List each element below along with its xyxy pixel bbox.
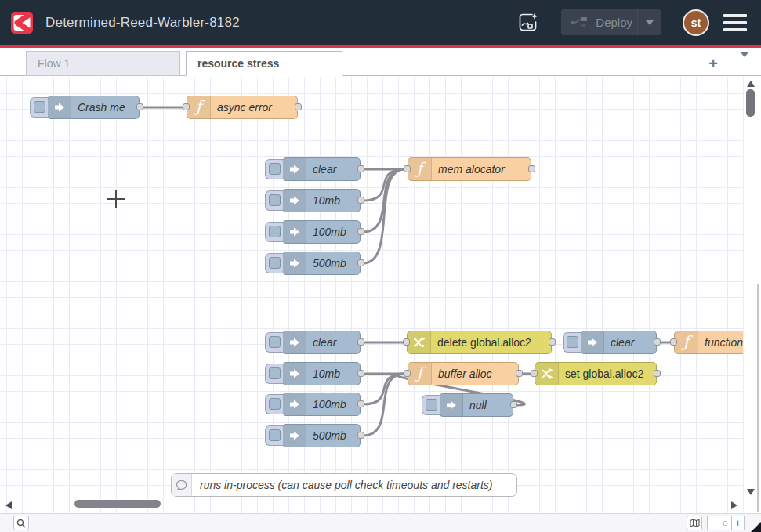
zoom-controls: − ○ + — [707, 516, 745, 530]
inject-trigger-button[interactable] — [265, 332, 283, 353]
input-port[interactable] — [670, 338, 677, 346]
output-port[interactable] — [357, 338, 364, 346]
v-scroll-up-button[interactable] — [747, 81, 755, 87]
main-menu-icon[interactable] — [723, 14, 747, 31]
inject-arrow-icon — [283, 363, 306, 385]
output-port[interactable] — [654, 370, 661, 377]
node-label: buffer alloc — [438, 363, 491, 385]
deploy-label: Deploy — [596, 16, 632, 29]
output-port[interactable] — [357, 432, 364, 439]
inject-trigger-button[interactable] — [265, 190, 283, 211]
node-delete-global-alloc2[interactable]: delete global.alloc2 — [407, 331, 552, 354]
output-port[interactable] — [357, 165, 364, 172]
tab-resource-stress[interactable]: resource stress — [186, 51, 342, 76]
inject-trigger-button[interactable] — [30, 97, 48, 118]
inject-arrow-icon — [283, 158, 306, 180]
node-clear-3[interactable]: clear — [580, 331, 657, 354]
output-port[interactable] — [357, 197, 364, 204]
output-port[interactable] — [357, 259, 364, 266]
inject-arrow-icon — [283, 393, 306, 415]
node-label: 500mb — [313, 252, 346, 275]
node-label: delete global.alloc2 — [437, 331, 531, 354]
flow-list-button[interactable] — [741, 57, 748, 69]
v-scroll-thumb[interactable] — [746, 89, 755, 117]
inject-trigger-button[interactable] — [265, 222, 283, 242]
node-set-global-alloc2[interactable]: set global.alloc2 — [535, 362, 657, 385]
deploy-button[interactable]: Deploy — [561, 9, 661, 35]
node-mem-alocator[interactable]: ƒmem alocator — [408, 157, 531, 181]
node-function[interactable]: ƒfunction — [674, 331, 743, 354]
node-500mb-1[interactable]: 500mb — [282, 252, 361, 275]
node-10mb-1[interactable]: 10mb — [282, 189, 361, 212]
inject-trigger-button[interactable] — [265, 394, 283, 414]
wire-layer — [0, 77, 743, 513]
navigator-button[interactable] — [687, 516, 702, 530]
output-port[interactable] — [136, 103, 143, 110]
chevron-down-icon — [741, 52, 748, 69]
app-logo-icon[interactable] — [11, 12, 33, 34]
node-10mb-2[interactable]: 10mb — [282, 362, 361, 385]
h-scroll-left-button[interactable] — [5, 501, 12, 509]
node-100mb-1[interactable]: 100mb — [282, 220, 361, 244]
zoom-out-button[interactable]: − — [707, 516, 719, 530]
node-label: function — [705, 331, 743, 354]
resize-corner — [751, 522, 761, 532]
comment-bubble-icon — [172, 474, 192, 496]
output-port[interactable] — [549, 338, 556, 346]
output-port[interactable] — [357, 400, 364, 407]
user-avatar[interactable]: st — [683, 9, 709, 36]
node-crash-me[interactable]: Crash me — [47, 96, 140, 119]
zoom-reset-button[interactable]: ○ — [719, 516, 732, 530]
h-scroll-right-button[interactable] — [731, 501, 737, 509]
node-label: 10mb — [313, 190, 340, 212]
output-port[interactable] — [510, 401, 517, 408]
output-port[interactable] — [357, 228, 364, 235]
node-100mb-2[interactable]: 100mb — [282, 393, 361, 416]
sidebar-splitter[interactable] — [757, 77, 761, 513]
node-null-inject[interactable]: null — [439, 393, 513, 417]
node-comment[interactable]: runs in-process (can cause poll check ti… — [171, 473, 517, 497]
input-port[interactable] — [531, 370, 538, 377]
inject-trigger-button[interactable] — [422, 395, 440, 415]
h-scroll-thumb[interactable] — [74, 500, 161, 508]
inject-trigger-button[interactable] — [563, 332, 581, 353]
node-500mb-2[interactable]: 500mb — [282, 424, 361, 447]
search-button[interactable] — [13, 516, 29, 530]
output-port[interactable] — [516, 370, 523, 377]
inject-arrow-icon — [283, 331, 306, 353]
node-buffer-alloc[interactable]: ƒbuffer alloc — [408, 362, 519, 385]
inject-trigger-button[interactable] — [265, 159, 283, 179]
inject-trigger-button[interactable] — [265, 253, 283, 273]
vertical-scrollbar[interactable] — [743, 77, 757, 513]
deploy-options-button[interactable] — [637, 9, 661, 35]
node-async-error[interactable]: ƒasync error — [187, 96, 298, 119]
flow-assistant-icon[interactable] — [514, 9, 542, 37]
inject-trigger-button[interactable] — [265, 425, 283, 446]
node-clear-2[interactable]: clear — [282, 331, 361, 354]
zoom-in-button[interactable]: + — [732, 516, 745, 530]
input-port[interactable] — [404, 370, 411, 377]
add-flow-button[interactable]: + — [703, 54, 723, 73]
output-port[interactable] — [295, 103, 302, 110]
input-port[interactable] — [404, 165, 411, 172]
input-port[interactable] — [183, 103, 190, 110]
footer-toolbar: − ○ + — [0, 513, 761, 532]
change-shuffle-icon — [535, 363, 559, 385]
node-label: null — [469, 394, 487, 417]
node-label: 10mb — [313, 363, 340, 385]
node-label: mem alocator — [438, 158, 505, 181]
chevron-down-icon — [646, 20, 654, 25]
output-port[interactable] — [357, 370, 364, 377]
output-port[interactable] — [654, 338, 661, 346]
inject-trigger-button[interactable] — [265, 364, 283, 384]
v-scroll-down-button[interactable] — [747, 489, 755, 495]
output-port[interactable] — [528, 165, 535, 172]
node-clear-1[interactable]: clear — [282, 157, 361, 181]
function-f-icon: ƒ — [187, 96, 211, 118]
app-window: Determined-Reed-Warbler-8182 — [0, 0, 761, 532]
input-port[interactable] — [403, 338, 410, 346]
deploy-node-icon — [571, 16, 588, 28]
tabbar-left-divider — [16, 51, 16, 75]
tab-flow-1[interactable]: Flow 1 — [26, 51, 180, 76]
flow-canvas[interactable]: Crash meƒasync errorclear10mb100mb500mbƒ… — [0, 77, 743, 513]
